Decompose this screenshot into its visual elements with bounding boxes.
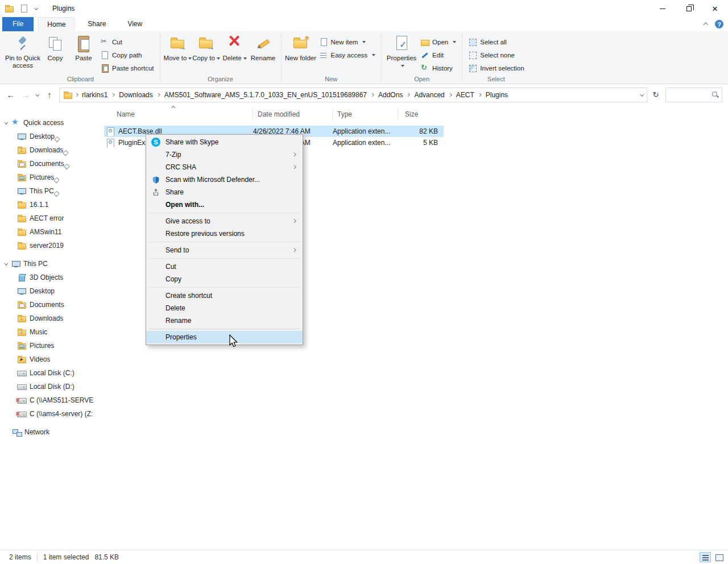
new-item-button[interactable]: New item — [317, 36, 378, 48]
up-button[interactable]: ↑ — [42, 88, 57, 102]
breadcrumb-item[interactable]: Downloads — [116, 91, 155, 99]
chevron-right-icon[interactable] — [478, 93, 482, 96]
sidebar-item-16-1-1[interactable]: 16.1.1 — [0, 198, 94, 212]
chevron-down-icon[interactable] — [5, 262, 8, 266]
sidebar-item-aect-error[interactable]: AECT error — [0, 212, 94, 225]
easy-access-button[interactable]: Easy access — [317, 49, 378, 61]
copy-button[interactable]: Copy — [41, 33, 69, 62]
breadcrumb-item[interactable]: Plugins — [483, 91, 511, 99]
sidebar-item-server2019[interactable]: server2019 — [0, 239, 94, 252]
sidebar-item-videos[interactable]: Videos — [0, 353, 94, 366]
sidebar-item-pictures-pc[interactable]: Pictures — [0, 339, 94, 353]
minimize-button[interactable] — [650, 0, 676, 17]
search-input[interactable] — [669, 91, 712, 99]
copy-path-button[interactable]: Copy path — [98, 49, 156, 61]
sidebar-section-quick-access[interactable]: Quick access — [0, 116, 94, 130]
tab-home[interactable]: Home — [38, 17, 75, 31]
menu-item-delete[interactable]: Delete — [146, 302, 303, 314]
breadcrumb-item[interactable]: AMS501_Software_AMS_5.1.7.0_1033_EN_enUS… — [162, 91, 370, 99]
cut-button[interactable]: Cut — [98, 36, 156, 48]
sidebar-item-desktop-pc[interactable]: Desktop — [0, 284, 94, 298]
menu-item-open-with[interactable]: Open with... — [146, 198, 303, 211]
new-folder-button[interactable]: New folder — [285, 33, 317, 62]
back-button[interactable]: ← — [3, 88, 18, 102]
move-to-button[interactable]: Move to — [164, 33, 192, 62]
close-button[interactable] — [702, 0, 728, 17]
pin-to-quick-access-button[interactable]: Pin to Quick access — [5, 33, 41, 69]
chevron-right-icon[interactable] — [157, 93, 160, 96]
rename-button[interactable]: Rename — [249, 33, 278, 62]
column-header-size[interactable]: Size — [398, 108, 444, 121]
sidebar-item-documents-pc[interactable]: Documents — [0, 298, 94, 312]
breadcrumb-item[interactable]: AECT — [453, 91, 477, 99]
breadcrumb-item[interactable]: Advanced — [411, 91, 447, 99]
open-button[interactable]: Open — [418, 36, 458, 48]
sidebar-item-amswin11[interactable]: AMSwin11 — [0, 225, 94, 239]
delete-button[interactable]: Delete — [221, 33, 249, 62]
collapse-ribbon-icon[interactable] — [704, 22, 708, 27]
sidebar-item-downloads-pc[interactable]: Downloads — [0, 312, 94, 325]
menu-item-restore-previous-versions[interactable]: Restore previous versions — [146, 227, 303, 240]
refresh-button[interactable]: ↻ — [648, 88, 663, 102]
chevron-right-icon[interactable] — [407, 93, 410, 96]
menu-item-7-zip[interactable]: 7-Zip — [146, 148, 303, 161]
column-header-date-modified[interactable]: Date modified — [253, 108, 333, 121]
menu-item-rename[interactable]: Rename — [146, 314, 303, 327]
qat-customize-chevron-icon[interactable] — [35, 7, 38, 10]
sidebar-item-documents[interactable]: Documents — [0, 157, 94, 171]
column-header-name[interactable]: Name — [104, 108, 253, 121]
breadcrumb-item[interactable]: AddOns — [375, 91, 406, 99]
edit-button[interactable]: Edit — [418, 49, 458, 61]
menu-item-cut[interactable]: Cut — [146, 260, 303, 273]
copy-to-button[interactable]: Copy to — [192, 33, 221, 62]
sidebar-item-3d-objects[interactable]: 3D Objects — [0, 271, 94, 284]
sidebar-item-downloads[interactable]: Downloads — [0, 143, 94, 157]
invert-selection-button[interactable]: Invert selection — [466, 62, 526, 74]
menu-item-copy[interactable]: Copy — [146, 273, 303, 285]
tab-share[interactable]: Share — [79, 17, 114, 31]
menu-item-give-access-to[interactable]: Give access to — [146, 215, 303, 227]
menu-item-share[interactable]: Share — [146, 186, 303, 198]
restore-button[interactable] — [676, 0, 702, 17]
help-icon[interactable] — [715, 20, 723, 28]
sidebar-item-local-disk-d[interactable]: Local Disk (D:) — [0, 380, 94, 393]
menu-item-crc-sha[interactable]: CRC SHA — [146, 161, 303, 173]
select-all-button[interactable]: Select all — [466, 36, 526, 48]
sidebar-section-network[interactable]: Network — [0, 425, 94, 439]
sidebar-item-desktop[interactable]: Desktop — [0, 130, 94, 143]
sidebar-item-pictures[interactable]: Pictures — [0, 171, 94, 184]
chevron-right-icon[interactable] — [111, 93, 115, 96]
paste-button[interactable]: Paste — [69, 33, 98, 62]
menu-item-create-shortcut[interactable]: Create shortcut — [146, 289, 303, 302]
details-view-button[interactable] — [700, 552, 711, 562]
sidebar-item-local-disk-c[interactable]: Local Disk (C:) — [0, 366, 94, 380]
chevron-down-icon[interactable] — [5, 121, 8, 125]
breadcrumb-item[interactable]: rlarkins1 — [79, 91, 110, 99]
menu-item-properties[interactable]: Properties — [146, 331, 303, 343]
chevron-right-icon[interactable] — [449, 93, 452, 96]
properties-button[interactable]: Properties — [385, 33, 418, 69]
thumbnail-view-button[interactable] — [713, 552, 725, 562]
sidebar-item-network-drive-ams511[interactable]: C (\\AMS511-SERVER — [0, 393, 94, 407]
menu-item-scan-with-defender[interactable]: Scan with Microsoft Defender... — [146, 173, 303, 186]
tab-view[interactable]: View — [119, 17, 151, 31]
videos-icon — [17, 355, 26, 364]
sidebar-item-network-drive-z[interactable]: C (\\ams4-server) (Z: — [0, 407, 94, 421]
select-none-button[interactable]: Select none — [466, 49, 526, 61]
qat-properties-icon[interactable] — [19, 4, 28, 13]
address-history-chevron-icon[interactable] — [640, 93, 644, 96]
history-button[interactable]: History — [418, 62, 458, 74]
forward-button[interactable]: → — [18, 88, 33, 102]
recent-locations-button[interactable] — [33, 88, 42, 102]
address-bar[interactable]: rlarkins1 Downloads AMS501_Software_AMS_… — [59, 88, 647, 102]
sidebar-item-music[interactable]: Music — [0, 325, 94, 339]
sidebar-item-this-pc-pinned[interactable]: This PC — [0, 184, 94, 198]
menu-item-share-with-skype[interactable]: Share with Skype — [146, 136, 303, 148]
paste-shortcut-button[interactable]: Paste shortcut — [98, 62, 156, 74]
column-header-type[interactable]: Type — [333, 108, 398, 121]
chevron-right-icon[interactable] — [371, 93, 374, 96]
menu-item-send-to[interactable]: Send to — [146, 244, 303, 256]
sidebar-section-this-pc[interactable]: This PC — [0, 257, 94, 271]
search-box[interactable] — [665, 88, 722, 102]
tab-file[interactable]: File — [2, 17, 34, 31]
